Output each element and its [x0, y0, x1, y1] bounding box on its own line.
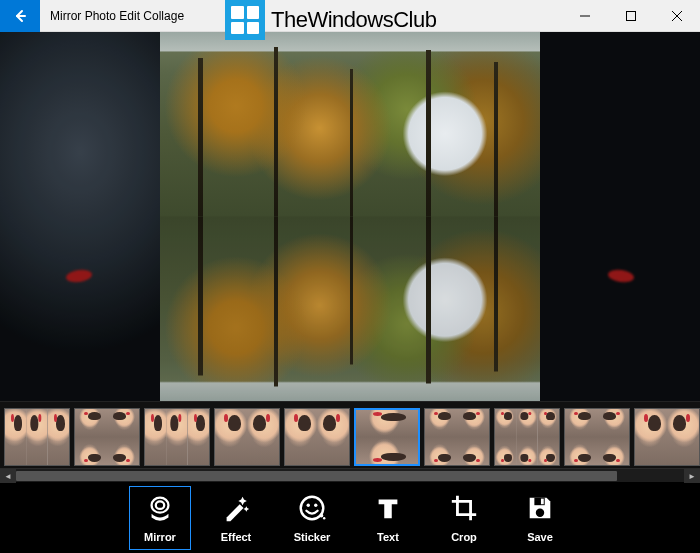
- svg-point-4: [156, 501, 164, 509]
- crop-icon: [449, 493, 479, 527]
- thumbnail-mirror-2x2-c[interactable]: [564, 408, 630, 466]
- sticker-tool[interactable]: Sticker: [281, 486, 343, 550]
- mirror-tool[interactable]: Mirror: [129, 486, 191, 550]
- bottom-toolbar: MirrorEffectStickerTextCropSave: [0, 482, 700, 553]
- thumbnail-mirror-2x2-a[interactable]: [74, 408, 140, 466]
- svg-point-9: [323, 517, 325, 519]
- save-tool[interactable]: Save: [509, 486, 571, 550]
- preview-bottom-half: [160, 217, 540, 402]
- thumbnail-mirror-3x2[interactable]: [494, 408, 560, 466]
- thumbnail-mirror-3col-b[interactable]: [144, 408, 210, 466]
- minimize-button[interactable]: [562, 0, 608, 32]
- effect-icon: [221, 493, 251, 527]
- crop-tool[interactable]: Crop: [433, 486, 495, 550]
- thumbnail-mirror-2col-c[interactable]: [634, 408, 700, 466]
- text-label: Text: [377, 531, 399, 543]
- watermark: TheWindowsClub: [225, 0, 436, 40]
- svg-point-3: [152, 498, 169, 513]
- scroll-left-button[interactable]: ◄: [0, 469, 16, 483]
- svg-rect-2: [627, 11, 636, 20]
- preview-canvas[interactable]: [160, 32, 540, 401]
- svg-point-12: [536, 508, 544, 516]
- preview-top-half: [160, 32, 540, 217]
- scroll-track[interactable]: [16, 469, 684, 482]
- sticker-icon: [297, 493, 327, 527]
- window-controls: [562, 0, 700, 32]
- app-title: Mirror Photo Edit Collage: [50, 9, 184, 23]
- crop-label: Crop: [451, 531, 477, 543]
- mirror-label: Mirror: [144, 531, 176, 543]
- save-label: Save: [527, 531, 553, 543]
- thumbnail-mirror-2col-hflip[interactable]: [214, 408, 280, 466]
- svg-point-6: [307, 504, 310, 507]
- thumbnail-mirror-2x2-b[interactable]: [424, 408, 490, 466]
- watermark-logo-icon: [225, 0, 265, 40]
- watermark-text: TheWindowsClub: [271, 7, 436, 33]
- thumb-scrollbar[interactable]: ◄ ►: [0, 468, 700, 482]
- effect-label: Effect: [221, 531, 252, 543]
- thumbnail-strip: ◄ ►: [0, 401, 700, 482]
- arrow-left-icon: [12, 8, 28, 24]
- text-tool[interactable]: Text: [357, 486, 419, 550]
- minimize-icon: [580, 11, 590, 21]
- sticker-label: Sticker: [294, 531, 331, 543]
- editor-stage: [0, 32, 700, 401]
- scroll-handle[interactable]: [16, 471, 617, 481]
- scroll-right-button[interactable]: ►: [684, 469, 700, 483]
- effect-tool[interactable]: Effect: [205, 486, 267, 550]
- maximize-icon: [626, 11, 636, 21]
- title-bar: Mirror Photo Edit Collage TheWindowsClub: [0, 0, 700, 32]
- svg-point-8: [320, 514, 324, 518]
- thumbnail-mirror-3col[interactable]: [4, 408, 70, 466]
- mirror-icon: [145, 493, 175, 527]
- thumbnail-mirror-2col[interactable]: [284, 408, 350, 466]
- close-icon: [672, 11, 682, 21]
- svg-point-7: [314, 504, 317, 507]
- thumbnail-mirror-2row-vflip[interactable]: [354, 408, 420, 466]
- svg-rect-11: [541, 499, 544, 505]
- maximize-button[interactable]: [608, 0, 654, 32]
- text-icon: [373, 493, 403, 527]
- save-icon: [525, 493, 555, 527]
- back-button[interactable]: [0, 0, 40, 32]
- close-button[interactable]: [654, 0, 700, 32]
